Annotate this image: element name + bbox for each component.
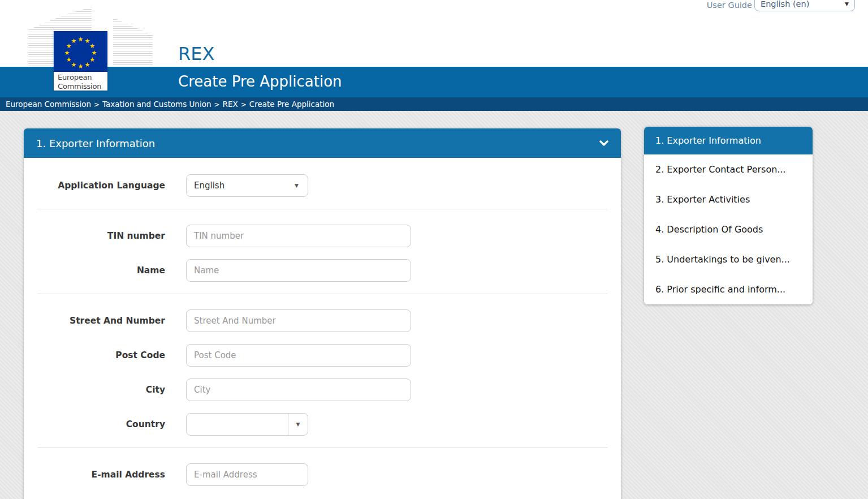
name-input[interactable] — [186, 259, 411, 282]
field-row-email-address: E-mail Address — [24, 463, 621, 486]
post-code-label: Post Code — [24, 350, 165, 360]
field-row-city: City — [24, 378, 621, 401]
street-and-number-label: Street And Number — [24, 316, 165, 326]
select-arrow-section[interactable]: ▼ — [288, 414, 308, 435]
field-row-application-language: Application Language English ▼ — [24, 174, 621, 197]
breadcrumb-separator: > — [91, 101, 102, 109]
site-language-value: English (en) — [761, 0, 809, 8]
svg-text:★: ★ — [89, 56, 95, 63]
field-row-tin-number: TIN number — [24, 225, 621, 247]
section-body: Application Language English ▼ TIN numbe… — [24, 158, 621, 486]
breadcrumb-separator: > — [238, 101, 249, 109]
user-guide-link[interactable]: User Guide — [707, 1, 752, 10]
masthead: User Guide English (en) ▼ ★ ★ ★ ★ ★ ★ ★ … — [0, 0, 868, 67]
svg-text:★: ★ — [78, 36, 84, 43]
section-header-exporter-information[interactable]: 1. Exporter Information — [24, 128, 621, 158]
svg-text:★: ★ — [78, 63, 84, 70]
field-row-post-code: Post Code — [24, 344, 621, 367]
rex-create-pre-application-page: User Guide English (en) ▼ ★ ★ ★ ★ ★ ★ ★ … — [0, 0, 868, 499]
nav-item-exporter-contact-person[interactable]: 2. Exporter Contact Person... — [644, 154, 813, 184]
section-nav: 1. Exporter Information 2. Exporter Cont… — [644, 127, 813, 304]
breadcrumb-item-rex[interactable]: REX — [223, 100, 238, 109]
application-language-value: English — [194, 180, 295, 191]
section-divider — [38, 294, 608, 294]
svg-text:★: ★ — [71, 37, 77, 45]
email-address-label: E-mail Address — [24, 470, 165, 480]
chevron-down-icon: ▼ — [295, 183, 308, 188]
city-input[interactable] — [186, 378, 411, 401]
field-row-country: Country ▼ — [24, 413, 621, 436]
chevron-down-icon — [599, 140, 608, 147]
post-code-input[interactable] — [186, 344, 411, 367]
breadcrumb-separator: > — [211, 101, 222, 109]
european-commission-logo: ★ ★ ★ ★ ★ ★ ★ ★ ★ ★ ★ ★ European Commiss… — [54, 31, 107, 91]
chevron-down-icon: ▼ — [845, 1, 849, 7]
field-row-name: Name — [24, 259, 621, 282]
breadcrumb-item-european-commission[interactable]: European Commission — [6, 100, 91, 109]
exporter-information-panel: 1. Exporter Information Application Lang… — [24, 128, 621, 499]
commission-building-art-right — [113, 17, 153, 67]
content-area: 1. Exporter Information Application Lang… — [0, 111, 868, 499]
section-divider — [38, 448, 608, 448]
street-and-number-input[interactable] — [186, 309, 411, 332]
header-bar: Create Pre Application — [0, 67, 868, 97]
page-title: Create Pre Application — [178, 73, 342, 90]
eu-flag-icon: ★ ★ ★ ★ ★ ★ ★ ★ ★ ★ ★ ★ — [54, 31, 107, 72]
logo-line-1: European — [58, 73, 92, 81]
country-label: Country — [24, 419, 165, 429]
svg-text:★: ★ — [64, 49, 70, 57]
app-title: REX — [178, 43, 214, 64]
country-select[interactable]: ▼ — [186, 413, 308, 436]
application-language-select[interactable]: English ▼ — [186, 174, 308, 197]
nav-item-description-of-goods[interactable]: 4. Description Of Goods — [644, 214, 813, 244]
city-label: City — [24, 385, 165, 395]
nav-item-exporter-activities[interactable]: 3. Exporter Activities — [644, 184, 813, 214]
nav-item-prior-specific-information[interactable]: 6. Prior specific and inform... — [644, 274, 813, 304]
svg-text:★: ★ — [85, 61, 90, 68]
logo-wordmark: European Commission — [54, 72, 107, 91]
field-row-street-and-number: Street And Number — [24, 309, 621, 332]
breadcrumb: European Commission>Taxation and Customs… — [0, 97, 868, 111]
application-language-label: Application Language — [24, 180, 165, 191]
logo-line-2: Commission — [58, 82, 101, 91]
tin-number-label: TIN number — [24, 231, 165, 241]
nav-item-undertakings-to-be-given[interactable]: 5. Undertakings to be given... — [644, 244, 813, 274]
name-label: Name — [24, 265, 165, 276]
nav-item-exporter-information[interactable]: 1. Exporter Information — [644, 127, 813, 154]
breadcrumb-item-taxation-customs-union[interactable]: Taxation and Customs Union — [102, 100, 211, 109]
section-divider — [38, 209, 608, 209]
email-address-input[interactable] — [186, 463, 308, 486]
tin-number-input[interactable] — [186, 225, 411, 247]
breadcrumb-item-create-pre-application: Create Pre Application — [249, 100, 334, 109]
svg-text:★: ★ — [71, 61, 77, 68]
chevron-down-icon: ▼ — [296, 421, 300, 427]
svg-text:★: ★ — [66, 56, 72, 63]
section-title: 1. Exporter Information — [36, 137, 155, 149]
site-language-select[interactable]: English (en) ▼ — [754, 0, 855, 11]
